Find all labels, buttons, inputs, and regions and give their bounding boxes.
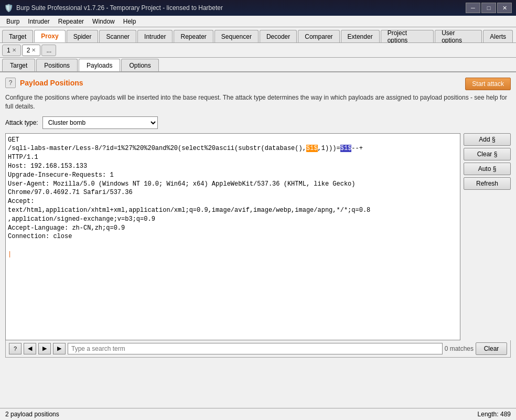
- sub-tab-1[interactable]: 1 ✕: [2, 45, 21, 56]
- highlight-2: $1$: [340, 145, 352, 152]
- start-attack-button[interactable]: Start attack: [465, 78, 511, 90]
- tab-comparer[interactable]: Comparer: [298, 30, 339, 42]
- tab-alerts[interactable]: Alerts: [483, 30, 513, 42]
- sub-tab-more-label: ...: [46, 47, 51, 54]
- attack-type-select[interactable]: Sniper Battering ram Pitchfork Cluster b…: [42, 116, 158, 129]
- attack-type-row: Attack type: Sniper Battering ram Pitchf…: [5, 116, 511, 129]
- tab-intruder[interactable]: Intruder: [137, 30, 173, 42]
- tab-project-options[interactable]: Project options: [381, 30, 434, 42]
- tab-decoder[interactable]: Decoder: [260, 30, 297, 42]
- req-line-get: GET: [8, 136, 458, 145]
- clear-search-button[interactable]: Clear: [476, 342, 507, 355]
- inner-content: ? Payload Positions Start attack Configu…: [0, 72, 516, 408]
- req-line-connection: Connection: close: [8, 232, 458, 241]
- clear-section-button[interactable]: Clear §: [464, 148, 511, 160]
- search-bar: ? ◀ ▶ ▶ 0 matches Clear: [5, 340, 511, 358]
- search-input[interactable]: [68, 343, 443, 354]
- payload-positions-left: ? Payload Positions: [5, 78, 83, 88]
- req-line-url: /sqli-labs-master/Less-8/?id=1%27%20%20a…: [8, 144, 458, 153]
- req-line-accept-cont: ,application/signed-exchange;v=b3;q=0.9: [8, 215, 458, 224]
- req-line-accept-lang: Accept-Language: zh-CN,zh;q=0.9: [8, 224, 458, 233]
- section-title: Payload Positions: [20, 79, 83, 87]
- search-help-button[interactable]: ?: [9, 343, 22, 354]
- tab-target[interactable]: Target: [2, 30, 33, 42]
- req-line-upgrade: Upgrade-Insecure-Requests: 1: [8, 171, 458, 180]
- refresh-button[interactable]: Refresh: [464, 177, 511, 190]
- tab-scanner[interactable]: Scanner: [99, 30, 136, 42]
- search-prev-button[interactable]: ◀: [24, 343, 36, 354]
- app: 🛡️ Burp Suite Professional v1.7.26 - Tem…: [0, 0, 516, 420]
- titlebar: 🛡️ Burp Suite Professional v1.7.26 - Tem…: [0, 0, 516, 16]
- tab-extender[interactable]: Extender: [341, 30, 380, 42]
- content-tab-options[interactable]: Options: [121, 59, 158, 71]
- editor-container: GET /sqli-labs-master/Less-8/?id=1%27%20…: [5, 133, 511, 340]
- titlebar-left: 🛡️ Burp Suite Professional v1.7.26 - Tem…: [4, 4, 223, 12]
- tab-sequencer[interactable]: Sequencer: [214, 30, 259, 42]
- description-text: Configure the positions where payloads w…: [5, 93, 511, 111]
- menubar: Burp Intruder Repeater Window Help: [0, 16, 516, 27]
- tab-user-options[interactable]: User options: [435, 30, 482, 42]
- auto-section-button[interactable]: Auto §: [464, 163, 511, 175]
- maximize-button[interactable]: □: [481, 3, 496, 13]
- match-count: 0 matches: [445, 345, 474, 352]
- req-line-ua: User-Agent: Mozilla/5.0 (Windows NT 10.0…: [8, 180, 458, 189]
- header-area: ? Payload Positions Start attack: [5, 78, 511, 90]
- search-forward-button[interactable]: ▶: [53, 343, 66, 354]
- app-icon: 🛡️: [4, 4, 13, 12]
- req-line-accept-label: Accept:: [8, 197, 458, 206]
- sub-tab-more[interactable]: ...: [41, 45, 56, 56]
- close-button[interactable]: ✕: [497, 3, 512, 13]
- content-tab-target[interactable]: Target: [2, 59, 35, 71]
- sub-tabs: 1 ✕ 2 ✕ ...: [0, 43, 516, 58]
- content-tab-positions[interactable]: Positions: [36, 59, 78, 71]
- status-bar: 2 payload positions Length: 489: [0, 408, 516, 420]
- titlebar-controls: ─ □ ✕: [466, 3, 512, 13]
- sub-tab-2-label: 2: [27, 47, 30, 54]
- content-tabs: Target Positions Payloads Options: [0, 58, 516, 72]
- menu-repeater[interactable]: Repeater: [54, 17, 88, 26]
- menu-intruder[interactable]: Intruder: [24, 17, 53, 26]
- attack-type-label: Attack type:: [5, 119, 38, 126]
- req-cursor: |: [8, 250, 458, 259]
- req-line-accept-val: text/html,application/xhtml+xml,applicat…: [8, 206, 458, 215]
- req-line-host: Host: 192.168.153.133: [8, 162, 458, 171]
- minimize-button[interactable]: ─: [466, 3, 480, 13]
- sub-tab-1-label: 1: [7, 47, 10, 54]
- sub-tab-2[interactable]: 2 ✕: [22, 45, 41, 56]
- menu-help[interactable]: Help: [119, 17, 141, 26]
- request-editor[interactable]: GET /sqli-labs-master/Less-8/?id=1%27%20…: [5, 133, 460, 340]
- add-section-button[interactable]: Add §: [464, 133, 511, 146]
- main-tabs: Target Proxy Spider Scanner Intruder Rep…: [0, 27, 516, 43]
- content-tab-payloads[interactable]: Payloads: [79, 59, 120, 71]
- req-line-chrome: Chrome/97.0.4692.71 Safari/537.36: [8, 188, 458, 197]
- payload-positions-count: 2 payload positions: [5, 411, 59, 418]
- search-next-button[interactable]: ▶: [38, 343, 51, 354]
- menu-burp[interactable]: Burp: [2, 17, 24, 26]
- menu-window[interactable]: Window: [88, 17, 119, 26]
- req-line-blank: [8, 241, 458, 250]
- titlebar-title: Burp Suite Professional v1.7.26 - Tempor…: [16, 4, 223, 12]
- editor-buttons: Add § Clear § Auto § Refresh: [464, 133, 511, 340]
- tab-spider[interactable]: Spider: [67, 30, 99, 42]
- sub-tab-2-close[interactable]: ✕: [31, 47, 36, 53]
- highlight-1: $1$: [306, 145, 318, 152]
- length-info: Length: 489: [478, 411, 511, 418]
- req-line-http: HTTP/1.1: [8, 153, 458, 162]
- sub-tab-1-close[interactable]: ✕: [12, 47, 16, 53]
- tab-repeater[interactable]: Repeater: [174, 30, 213, 42]
- content-area: Target Positions Payloads Options ? Payl…: [0, 58, 516, 420]
- tab-proxy[interactable]: Proxy: [34, 30, 65, 42]
- help-icon[interactable]: ?: [5, 78, 16, 88]
